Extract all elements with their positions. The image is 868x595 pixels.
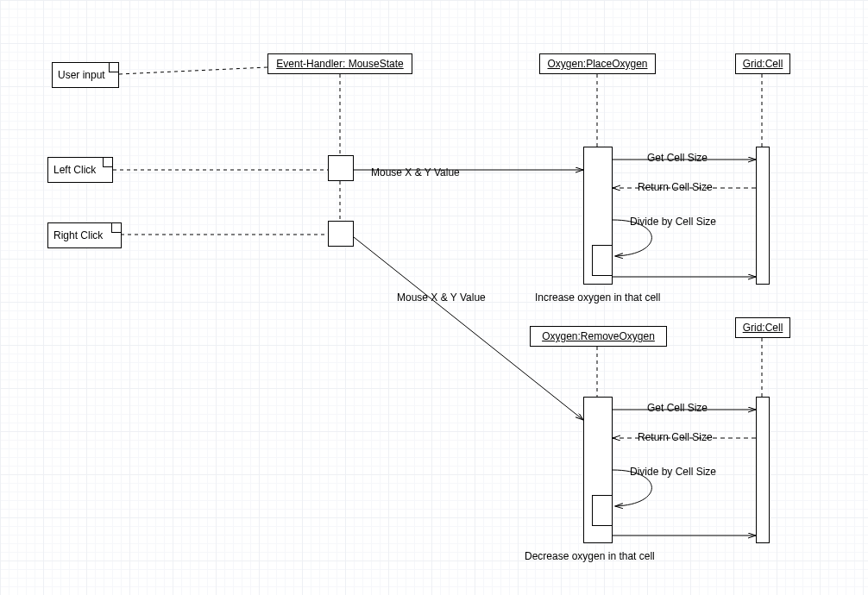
svg-line-6 [119, 67, 267, 74]
msg-get-cell-size-2: Get Cell Size [647, 402, 708, 414]
participant-event-handler: Event-Handler: MouseState [267, 53, 412, 74]
activation-right-click [328, 221, 354, 247]
activation-grid-cell-bottom [756, 397, 770, 543]
note-text: Left Click [53, 164, 96, 176]
participant-label: Event-Handler: MouseState [276, 58, 403, 70]
note-left-click: Left Click [47, 157, 113, 183]
participant-grid-cell-bottom: Grid:Cell [735, 317, 790, 338]
msg-mouse-xy-2: Mouse X & Y Value [397, 291, 486, 304]
note-fold-icon [111, 223, 121, 233]
participant-label: Grid:Cell [743, 58, 783, 70]
note-text: Right Click [53, 229, 103, 241]
msg-decrease: Decrease oxygen in that cell [525, 550, 655, 562]
note-user-input: User input [52, 62, 119, 88]
participant-grid-cell-top: Grid:Cell [735, 53, 790, 74]
activation-grid-cell-top [756, 147, 770, 285]
note-text: User input [58, 69, 105, 81]
msg-get-cell-size-1: Get Cell Size [647, 152, 708, 164]
participant-label: Oxygen:PlaceOxygen [547, 58, 647, 70]
msg-return-cell-size-1: Return Cell Size [638, 181, 713, 193]
msg-divide-1: Divide by Cell Size [630, 216, 716, 228]
note-right-click: Right Click [47, 222, 122, 248]
activation-remove-oxygen-inner [592, 495, 613, 526]
msg-increase: Increase oxygen in that cell [535, 291, 660, 304]
activation-place-oxygen-inner [592, 245, 613, 276]
msg-return-cell-size-2: Return Cell Size [638, 431, 713, 443]
participant-place-oxygen: Oxygen:PlaceOxygen [539, 53, 656, 74]
activation-left-click [328, 155, 354, 181]
note-fold-icon [103, 158, 112, 167]
note-fold-icon [109, 63, 118, 72]
diagram-canvas: User input Left Click Right Click Event-… [0, 0, 868, 595]
participant-label: Grid:Cell [743, 322, 783, 334]
participant-remove-oxygen: Oxygen:RemoveOxygen [530, 326, 667, 347]
msg-divide-2: Divide by Cell Size [630, 466, 716, 478]
participant-label: Oxygen:RemoveOxygen [542, 330, 655, 342]
msg-mouse-xy-1: Mouse X & Y Value [371, 166, 460, 178]
